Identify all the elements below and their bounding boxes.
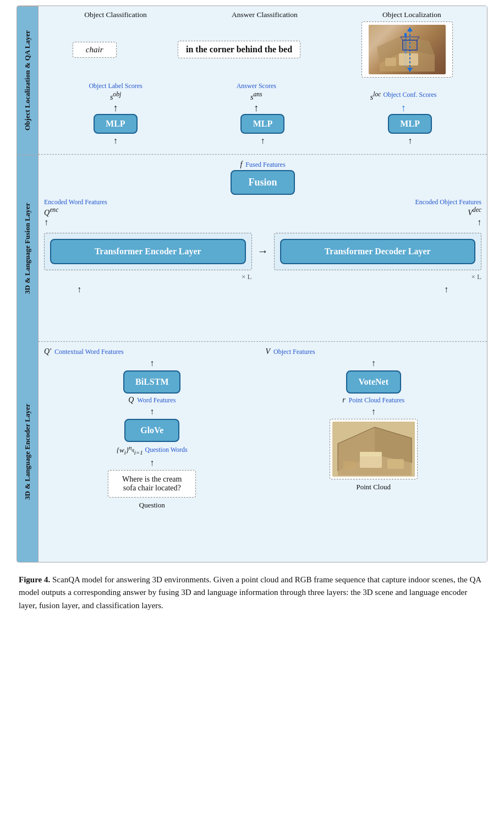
mlp-obj-arrow: ↑ (113, 136, 118, 146)
point-cloud-box (330, 419, 418, 479)
svg-rect-17 (387, 459, 404, 469)
mlp-row: MLP MLP MLP (42, 114, 484, 134)
r-label-row: r Point Cloud Features (342, 396, 404, 405)
obj-arrow-up: ↑ (113, 103, 118, 113)
ans-score-math: sans (250, 91, 262, 102)
votenet-up-arrow: ↑ (371, 358, 376, 368)
v-dec-sup: dec (473, 206, 481, 214)
output-localization-box (361, 21, 453, 78)
transformer-decoder-group: Transformer Decoder Layer × L (274, 233, 482, 281)
question-box: Where is the cream sofa chair located? (108, 470, 196, 498)
side-label-middle: 3D & Language Fusion Layer (17, 155, 38, 342)
obj-score-label: Object Label Scores (89, 82, 142, 90)
side-label-bottom: 3D & Language Encoder Layer (17, 342, 38, 562)
caption-text: ScanQA model for answering 3D environmen… (19, 575, 481, 610)
q-word-row: Q Word Features (128, 396, 176, 405)
point-cloud-features-label: Point Cloud Features (349, 396, 404, 405)
q-word-label: Q (128, 396, 134, 405)
output-chair-text: chair (86, 45, 103, 54)
point-cloud-svg (332, 422, 415, 477)
fusion-box-row: Fusion (231, 170, 294, 195)
encoder-to-decoder-arrow: → (258, 245, 269, 258)
loc-score-group: sloc Object Conf. Scores ↑ (370, 91, 437, 113)
transformer-encoder-box: Transformer Encoder Layer (50, 239, 246, 264)
top-layer-outputs: chair in the corner behind the bed (42, 21, 484, 78)
transformer-encoder-outer: Transformer Encoder Layer (44, 233, 252, 270)
glove-up-arrow: ↑ (150, 407, 154, 417)
top-layer-section: Object Classification Answer Classificat… (39, 6, 487, 155)
scene-3d-svg (369, 25, 446, 74)
title-object-localization: Object Localization (382, 10, 441, 19)
times-l-encoder: × L (242, 272, 252, 281)
mlp-box-ans: MLP (240, 114, 284, 134)
title-object-classification: Object Classification (84, 10, 147, 19)
v-label: V (266, 347, 271, 356)
loc-score-sup: loc (373, 91, 381, 98)
title-answer-classification: Answer Classification (232, 10, 298, 19)
pointcloud-up-arrow: ↑ (371, 407, 376, 417)
obj-score-group: Object Label Scores sobj ↑ (89, 82, 142, 113)
loc-arrow-group: ↑ (401, 103, 406, 113)
question-label: Question (139, 501, 165, 510)
fused-features-label: Fused Features (245, 161, 285, 169)
diagram-content: Object Classification Answer Classificat… (38, 6, 487, 562)
dec-up-arrow: ↑ (444, 285, 448, 294)
middle-layer-section: f Fused Features Fusion Encoded Word Fea… (39, 155, 487, 342)
side-label-top: Object Localization & QA Layer (17, 6, 38, 155)
output-answer-box: in the corner behind the bed (178, 41, 300, 58)
question-words-label: Question Words (145, 446, 188, 454)
left-col: Q′ Contextual Word Features ↑ BiLSTM Q W… (44, 347, 260, 510)
ans-score-sup: ans (253, 91, 262, 98)
r-label: r (342, 396, 345, 405)
right-col: V Object Features ↑ VoteNet r Point Clou… (266, 347, 482, 510)
enc-word-group: Encoded Word Features Qenc ↑ (44, 198, 263, 227)
bottom-to-middle-arrows: ↑ ↑ (44, 285, 481, 294)
q-enc-arrow: ↑ (44, 217, 48, 227)
v-dec-label: Vdec (468, 206, 481, 217)
object-features-label: Object Features (273, 348, 315, 356)
loc-arrow-up: ↑ (401, 103, 406, 113)
figure-caption: Figure 4. ScanQA model for answering 3D … (17, 574, 487, 612)
svg-rect-3 (385, 58, 396, 66)
v-dec-arrow: ↑ (477, 217, 481, 227)
glove-box: GloVe (124, 419, 179, 442)
ans-arrow-up: ↑ (254, 103, 259, 113)
svg-rect-16 (360, 452, 382, 456)
word-features-label: Word Features (137, 396, 176, 405)
enc-labels-row: Encoded Word Features Qenc ↑ Encoded Obj… (44, 198, 481, 227)
question-text: Where is the cream sofa chair located? (122, 475, 182, 492)
q-enc-label: Qenc (44, 206, 58, 217)
top-layer-titles: Object Classification Answer Classificat… (42, 10, 484, 19)
enc-obj-features-label: Encoded Object Features (415, 198, 481, 206)
votenet-box: VoteNet (346, 370, 401, 394)
transformer-decoder-outer: Transformer Decoder Layer (274, 233, 482, 270)
main-container: Object Localization & QA Layer 3D & Lang… (0, 0, 504, 623)
question-up-arrow: ↑ (150, 458, 154, 468)
contextual-word-label: Contextual Word Features (54, 348, 123, 356)
output-chair-box: chair (73, 42, 117, 58)
transformer-encoder-group: Transformer Encoder Layer × L (44, 233, 252, 281)
svg-rect-2 (399, 53, 418, 65)
ans-score-label: Answer Scores (237, 82, 276, 90)
bottom-arrows-top-layer: ↑ ↑ ↑ (42, 136, 484, 146)
fusion-center: f Fused Features Fusion (44, 160, 481, 195)
q-prime-row: Q′ Contextual Word Features (44, 347, 124, 356)
mlp-box-obj: MLP (94, 114, 138, 134)
transformer-decoder-box: Transformer Decoder Layer (280, 239, 476, 264)
bilstm-up-arrow: ↑ (150, 358, 154, 368)
side-labels: Object Localization & QA Layer 3D & Lang… (17, 6, 38, 562)
enc-obj-group: Encoded Object Features Vdec ↑ (263, 198, 482, 227)
bottom-layer-section: Q′ Contextual Word Features ↑ BiLSTM Q W… (39, 342, 487, 562)
ans-score-group: Answer Scores sans ↑ (237, 82, 276, 113)
enc-up-arrow: ↑ (77, 285, 81, 294)
loc-score-label: Object Conf. Scores (384, 91, 437, 102)
output-answer-text: in the corner behind the bed (186, 45, 292, 54)
svg-rect-18 (343, 461, 355, 469)
scores-row: Object Label Scores sobj ↑ Answer Scores… (42, 82, 484, 113)
point-cloud-label: Point Cloud (357, 483, 391, 492)
fusion-row: f Fused Features Fusion (44, 160, 481, 195)
obj-score-math: sobj (110, 91, 121, 102)
wi-row: {wi}nqi=1 Question Words (117, 444, 188, 456)
mlp-ans-arrow: ↑ (260, 136, 265, 146)
f-label: f (240, 160, 242, 169)
